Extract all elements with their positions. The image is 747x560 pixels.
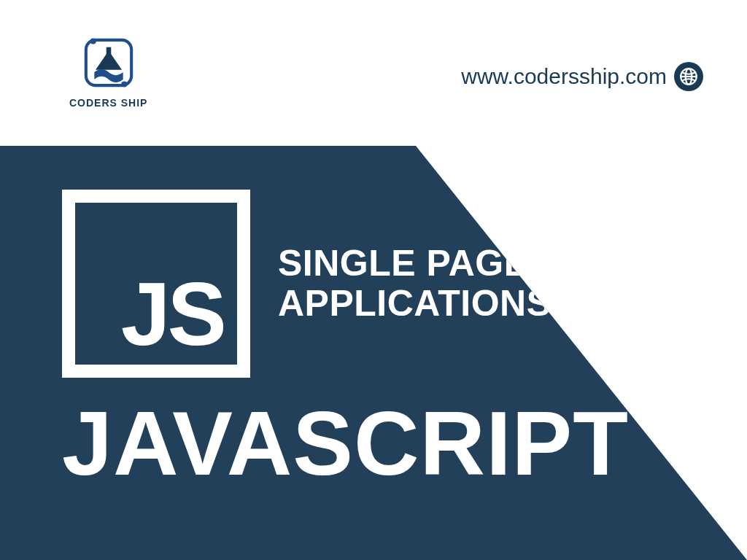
js-badge: JS: [62, 190, 250, 378]
hero-subtitle: SINGLE PAGE APPLICATIONS: [278, 244, 551, 324]
js-badge-text: JS: [121, 270, 224, 359]
globe-icon: [674, 62, 703, 91]
hero-panel: JS SINGLE PAGE APPLICATIONS JAVASCRIPT: [0, 146, 747, 560]
svg-point-2: [121, 81, 127, 87]
badge-row: JS SINGLE PAGE APPLICATIONS: [62, 190, 629, 378]
hero-content: JS SINGLE PAGE APPLICATIONS JAVASCRIPT: [62, 190, 629, 489]
subtitle-line-1: SINGLE PAGE: [278, 244, 551, 284]
site-url-text: www.codersship.com: [461, 64, 667, 89]
brand-logo-block: CODERS SHIP: [69, 33, 147, 109]
svg-rect-3: [106, 47, 111, 55]
subtitle-line-2: APPLICATIONS: [278, 284, 551, 324]
brand-name: CODERS SHIP: [69, 97, 147, 109]
svg-point-1: [90, 38, 96, 44]
ship-logo-icon: [79, 33, 139, 93]
hero-title: JAVASCRIPT: [62, 398, 629, 489]
header: CODERS SHIP www.codersship.com: [0, 0, 747, 146]
site-url-block[interactable]: www.codersship.com: [461, 62, 703, 91]
